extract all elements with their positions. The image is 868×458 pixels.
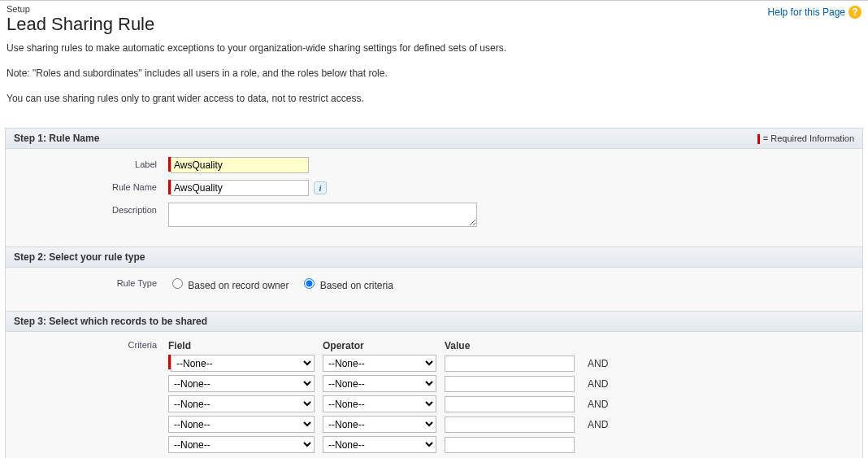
criteria-field-select[interactable]: --None--	[168, 395, 315, 412]
criteria-value-input[interactable]	[445, 396, 575, 412]
criteria-and-text: AND	[583, 419, 615, 430]
criteria-operator-select[interactable]: --None--	[323, 436, 436, 453]
step2-title: Step 2: Select your rule type	[14, 251, 145, 263]
label-input[interactable]	[171, 157, 309, 173]
criteria-operator-select[interactable]: --None--	[323, 355, 436, 372]
criteria-value-input[interactable]	[445, 355, 575, 372]
criteria-value-input[interactable]	[445, 417, 575, 433]
radio-owner[interactable]	[172, 278, 183, 289]
intro-p1: Use sharing rules to make automatic exce…	[7, 41, 861, 55]
criteria-label: Criteria	[14, 340, 168, 458]
criteria-header-field: Field	[168, 340, 315, 351]
step3-title: Step 3: Select which records to be share…	[14, 316, 207, 327]
criteria-operator-select[interactable]: --None--	[323, 375, 436, 392]
info-icon[interactable]: i	[314, 181, 327, 194]
criteria-and-text: AND	[583, 399, 615, 410]
description-textarea[interactable]	[168, 203, 477, 227]
criteria-operator-select[interactable]: --None--	[323, 416, 436, 433]
criteria-row: --None----None--AND	[168, 416, 615, 433]
criteria-field-select[interactable]: --None--	[168, 436, 315, 453]
criteria-operator-select[interactable]: --None--	[323, 395, 436, 412]
radio-owner-label[interactable]: Based on record owner	[168, 276, 289, 291]
required-bar-icon	[757, 134, 760, 144]
radio-criteria-text: Based on criteria	[320, 280, 393, 291]
criteria-value-input[interactable]	[445, 376, 575, 392]
criteria-and-text: AND	[583, 358, 615, 369]
breadcrumb-setup: Setup	[7, 4, 768, 14]
step1-body: Label Rule Name i Description	[6, 149, 862, 246]
criteria-row: --None----None--AND	[168, 355, 615, 372]
criteria-and-text: AND	[583, 378, 615, 390]
wizard-container: Step 1: Rule Name = Required Information…	[5, 128, 863, 458]
step1-title: Step 1: Rule Name	[14, 133, 99, 144]
help-icon: ?	[848, 6, 861, 19]
help-link-text: Help for this Page	[768, 7, 845, 18]
intro-p2: Note: "Roles and subordinates" includes …	[7, 67, 861, 81]
criteria-header-value: Value	[445, 340, 575, 351]
criteria-field-select[interactable]: --None--	[168, 416, 315, 433]
rule-name-label: Rule Name	[14, 180, 168, 192]
radio-criteria-label[interactable]: Based on criteria	[300, 276, 393, 291]
step1-header: Step 1: Rule Name = Required Information	[6, 129, 862, 149]
step3-body: Criteria Field Operator Value --None----…	[6, 332, 862, 458]
page-title: Lead Sharing Rule	[7, 14, 768, 35]
rule-type-label: Rule Type	[14, 276, 168, 288]
criteria-row: --None----None--	[168, 436, 615, 453]
criteria-row: --None----None--AND	[168, 395, 615, 412]
help-link[interactable]: Help for this Page ?	[768, 4, 861, 19]
radio-criteria[interactable]	[304, 278, 315, 289]
criteria-row: --None----None--AND	[168, 375, 615, 392]
step2-header: Step 2: Select your rule type	[6, 246, 862, 268]
step2-body: Rule Type Based on record owner Based on…	[6, 268, 862, 311]
radio-owner-text: Based on record owner	[188, 280, 289, 291]
intro-p3: You can use sharing rules only to grant …	[7, 92, 861, 106]
description-label: Description	[14, 203, 168, 215]
criteria-value-input[interactable]	[445, 437, 575, 453]
required-info-legend: = Required Information	[757, 133, 854, 144]
criteria-field-select[interactable]: --None--	[168, 375, 315, 392]
criteria-field-select[interactable]: --None--	[171, 355, 315, 372]
step3-header: Step 3: Select which records to be share…	[6, 311, 862, 332]
label-label: Label	[14, 157, 168, 169]
criteria-header-operator: Operator	[323, 340, 436, 351]
rule-name-input[interactable]	[171, 180, 309, 196]
